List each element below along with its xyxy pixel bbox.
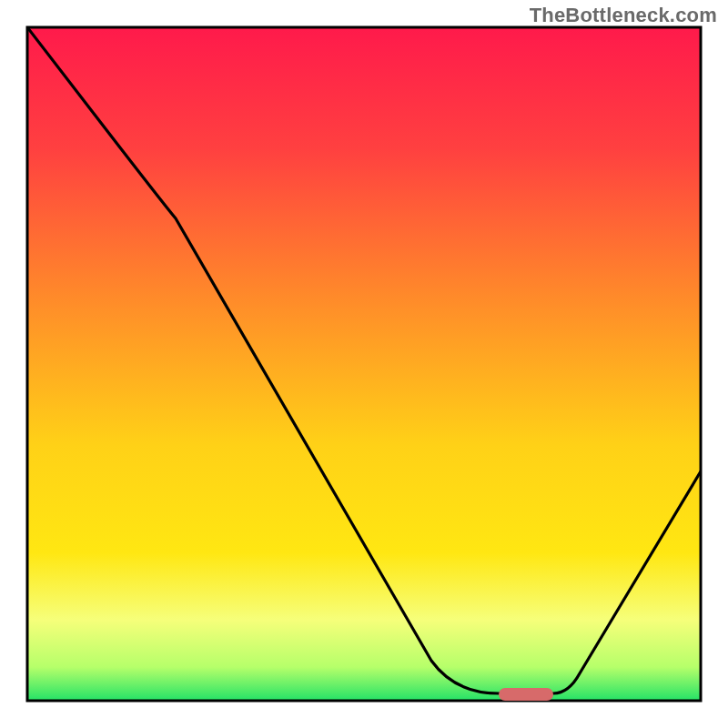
svg-rect-1	[27, 27, 701, 701]
plot-area	[27, 27, 701, 701]
watermark-text: TheBottleneck.com	[530, 4, 717, 27]
bottleneck-chart	[0, 0, 728, 728]
optimal-marker	[499, 688, 553, 701]
chart-container: TheBottleneck.com	[0, 0, 728, 728]
